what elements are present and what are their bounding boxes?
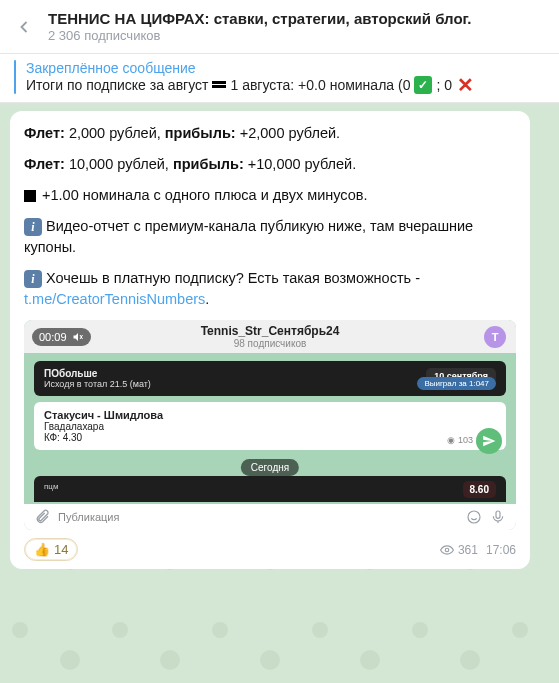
date-pill: Сегодня	[241, 459, 299, 476]
match-odds: КФ: 4.30	[44, 432, 496, 443]
mic-icon	[490, 509, 506, 525]
mute-icon	[72, 331, 84, 343]
chat-title-block[interactable]: ТЕННИС НА ЦИФРАХ: ставки, стратегии, авт…	[48, 10, 472, 43]
emoji-icon	[466, 509, 482, 525]
match-title: Стакусич - Шмидлова	[44, 409, 163, 421]
pinned-sep: ; 0	[436, 77, 452, 93]
message-feed: Флет: 2,000 рублей, прибыль: +2,000 рубл…	[0, 103, 559, 569]
attach-icon	[34, 509, 50, 525]
square-icon	[24, 190, 36, 202]
info-icon: i	[24, 218, 42, 236]
message-bubble: Флет: 2,000 рублей, прибыль: +2,000 рубл…	[10, 111, 530, 569]
msg-line-2: Флет: 10,000 рублей, прибыль: +10,000 ру…	[24, 154, 516, 175]
send-icon	[476, 428, 502, 454]
chat-title: ТЕННИС НА ЦИФРАХ: ставки, стратегии, авт…	[48, 10, 472, 28]
cross-icon: ✕	[456, 76, 474, 94]
reaction-button[interactable]: 👍 14	[24, 538, 78, 561]
pinned-message[interactable]: Закреплённое сообщение Итоги по подписке…	[0, 54, 559, 103]
info-icon: i	[24, 270, 42, 288]
pinned-content: Итоги по подписке за август 1 августа: +…	[26, 76, 474, 94]
thumbs-up-icon: 👍	[34, 542, 50, 557]
check-icon: ✓	[414, 76, 432, 94]
message-footer: 👍 14 361 17:06	[24, 538, 516, 561]
svg-point-2	[445, 548, 449, 552]
message-time: 17:06	[486, 543, 516, 557]
subscriber-count: 2 306 подписчиков	[48, 28, 472, 43]
chat-header: ТЕННИС НА ЦИФРАХ: ставки, стратегии, авт…	[0, 0, 559, 54]
video-inner-subs: 98 подписчиков	[24, 338, 516, 349]
subscribe-link[interactable]: t.me/CreatorTennisNumbers	[24, 291, 205, 307]
bet-card-dark-2: пцм 8.60	[34, 476, 506, 502]
eye-icon	[440, 543, 454, 557]
bet2-odds-badge: 8.60	[463, 481, 496, 498]
video-inner-footer: Публикация	[24, 504, 516, 530]
match-card: Стакусич - Шмидлова Гвадалахара КФ: 4.30…	[34, 402, 506, 450]
video-attachment[interactable]: 00:09 Tennis_Str_Сентябрь24 98 подписчик…	[24, 320, 516, 530]
bet-win-button: Выиграл за 1:047	[417, 377, 496, 390]
equals-icon	[212, 80, 226, 90]
video-inner-header: Tennis_Str_Сентябрь24 98 подписчиков T	[24, 320, 516, 353]
video-duration-badge: 00:09	[32, 328, 91, 346]
svg-point-0	[468, 511, 480, 523]
pin-indicator	[14, 60, 16, 94]
video-duration: 00:09	[39, 331, 67, 343]
compose-placeholder: Публикация	[58, 511, 119, 523]
back-icon[interactable]	[14, 17, 34, 37]
msg-line-3: +1.00 номинала с одного плюса и двух мин…	[24, 185, 516, 206]
pinned-text-left: Итоги по подписке за август	[26, 77, 208, 93]
bet2-title: пцм	[44, 482, 496, 491]
message-body: Флет: 2,000 рублей, прибыль: +2,000 рубл…	[24, 123, 516, 310]
bet-card-dark: ПОбольше Исходя в тотал 21.5 (мат) 10 се…	[34, 361, 506, 396]
view-count: 361	[440, 543, 478, 557]
msg-line-1: Флет: 2,000 рублей, прибыль: +2,000 рубл…	[24, 123, 516, 144]
pinned-text-right: 1 августа: +0.0 номинала (0	[230, 77, 410, 93]
pinned-label: Закреплённое сообщение	[26, 60, 474, 76]
match-location: Гвадалахара	[44, 421, 496, 432]
svg-rect-1	[496, 511, 500, 518]
msg-line-4: i Видео-отчет с премиум-канала публикую …	[24, 216, 516, 258]
video-inner-title: Tennis_Str_Сентябрь24	[24, 324, 516, 338]
reaction-count: 14	[54, 542, 68, 557]
channel-avatar: T	[484, 326, 506, 348]
msg-line-5: i Хочешь в платную подписку? Есть такая …	[24, 268, 516, 310]
